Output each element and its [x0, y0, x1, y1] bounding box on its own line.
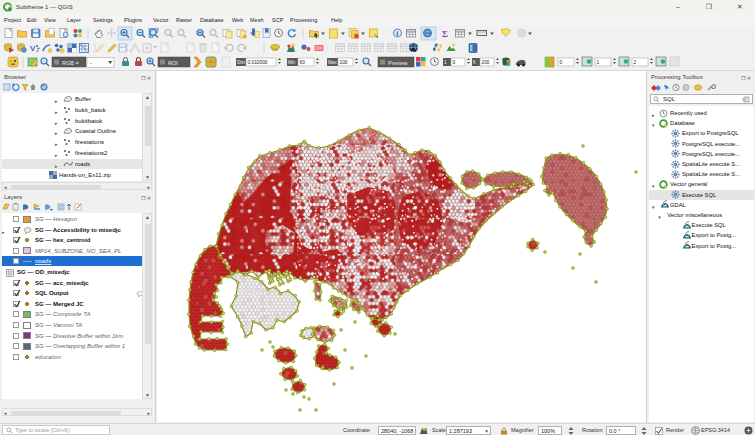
svg-text:RGB =: RGB =	[62, 60, 79, 66]
svg-text:1: 1	[597, 60, 600, 65]
svg-text:Σ: Σ	[442, 29, 448, 39]
svg-text:-: -	[90, 60, 92, 66]
svg-text:1: 1	[444, 60, 447, 65]
svg-text:i: i	[396, 30, 398, 37]
svg-text:V: V	[30, 44, 36, 53]
svg-text:0: 0	[560, 60, 563, 65]
svg-text:Max: Max	[328, 60, 337, 65]
svg-text:0: 0	[453, 60, 456, 65]
svg-text:ROI: ROI	[168, 60, 178, 66]
svg-text:Min: Min	[288, 60, 296, 65]
svg-text:Preview: Preview	[388, 60, 408, 66]
svg-text:0.010000: 0.010000	[248, 60, 268, 65]
svg-text:100: 100	[340, 60, 348, 65]
svg-text:Dist: Dist	[237, 60, 246, 65]
svg-text:2: 2	[634, 60, 637, 65]
svg-text:200: 200	[482, 60, 490, 65]
svg-text:60: 60	[300, 60, 306, 65]
